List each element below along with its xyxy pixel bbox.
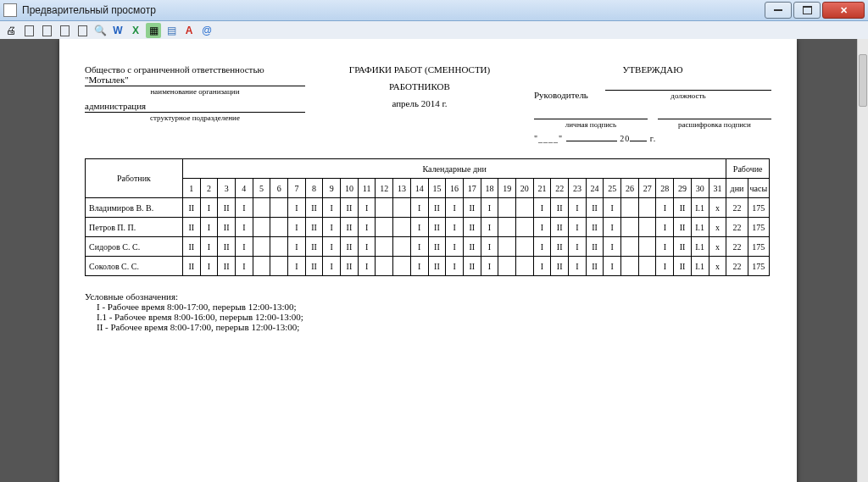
shift-cell: x [709,198,726,218]
shift-cell: I [569,257,587,276]
shift-cell: II [551,257,569,276]
page-first-icon[interactable] [21,23,36,38]
export-word-icon[interactable]: W [110,23,125,38]
shift-cell: II [341,218,359,237]
col-day: 7 [288,179,306,198]
shift-cell: II [428,218,446,237]
shift-cell: II [674,198,692,218]
col-day: 9 [323,179,341,198]
col-day: 21 [533,179,551,198]
shift-cell [621,218,639,237]
shift-cell: I [533,237,551,257]
shift-cell [270,257,288,276]
shift-cell: I [358,218,376,237]
col-day: 27 [638,179,656,198]
export-excel-icon[interactable]: X [128,23,143,38]
shift-cell [515,198,533,218]
maximize-button[interactable] [793,2,821,19]
shift-cell: II [182,218,200,237]
shift-cell: I [569,218,587,237]
position-caption: должность [605,91,771,100]
doc-period: апрель 2014 г. [331,98,509,108]
shift-cell: I.1 [691,237,709,257]
decode-caption: расшифровка подписи [658,120,771,129]
legend-line: II - Рабочее время 8:00-17:00, перерыв 1… [97,322,771,332]
shift-cell [621,237,639,257]
shift-cell [393,218,411,237]
shift-cell [270,218,288,237]
col-day: 15 [428,179,446,198]
legend-title: Условные обозначения: [85,291,771,302]
send-mail-icon[interactable]: @ [199,23,214,38]
page-last-icon[interactable] [75,23,90,38]
col-day: 17 [463,179,481,198]
shift-cell [498,218,516,237]
table-row: Петров П. П.IIIIIIIIIIIIIIIIIIIIIIIIIIII… [86,218,770,237]
shift-cell: II [428,198,446,218]
col-employee: Работник [86,159,183,198]
legend-line: I - Рабочее время 8:00-17:00, перерыв 12… [97,302,771,312]
summary-cell: 22 [726,237,748,257]
col-day: 1 [182,179,200,198]
col-day: 31 [709,179,726,198]
shift-cell [376,257,393,276]
shift-cell: II [551,198,569,218]
shift-cell: I [481,257,498,276]
shift-cell: I [569,237,587,257]
export-calc-icon[interactable]: ▦ [146,23,161,38]
scroll-thumb[interactable] [859,54,867,107]
shift-cell: I [288,257,306,276]
shift-cell: II [586,218,604,237]
shift-cell: I [656,218,674,237]
shift-cell [498,198,516,218]
table-row: Соколов С. С.IIIIIIIIIIIIIIIIIIIIIIIIIII… [86,257,770,276]
shift-cell [253,198,270,218]
shift-cell: II [463,257,481,276]
shift-cell: II [428,257,446,276]
shift-cell: II [551,237,569,257]
vertical-scrollbar[interactable] [857,39,868,482]
shift-cell: I.1 [691,198,709,218]
col-day: 13 [393,179,411,198]
summary-cell: 175 [748,218,769,237]
col-day: 29 [674,179,692,198]
zoom-icon[interactable]: 🔍 [92,23,108,38]
summary-cell: 175 [748,198,769,218]
shift-cell: II [428,237,446,257]
shift-cell: I [446,198,464,218]
shift-cell: I [323,237,341,257]
shift-cell: I [323,218,341,237]
col-day: 18 [481,179,498,198]
shift-cell: II [218,257,236,276]
page-prev-icon[interactable] [39,23,54,38]
col-day: 6 [270,179,288,198]
shift-cell [621,198,639,218]
shift-cell: II [305,198,323,218]
shift-cell: I [323,198,341,218]
print-icon[interactable]: 🖨 [3,23,19,38]
employee-name: Соколов С. С. [86,257,183,276]
shift-cell: II [305,237,323,257]
shift-cell: I [235,237,253,257]
shift-cell: I.1 [691,218,709,237]
shift-cell: II [586,198,604,218]
export-csv-icon[interactable]: ▤ [164,23,179,38]
shift-cell: I [410,257,428,276]
schedule-table: Работник Календарные дни Рабочие 1234567… [85,158,770,276]
shift-cell: x [709,218,726,237]
col-day: 30 [691,179,709,198]
titlebar: Предварительный просмотр ✕ [0,0,868,21]
shift-cell: I [323,257,341,276]
toolbar: 🖨 🔍 W X ▦ ▤ A @ [0,21,868,41]
export-pdf-icon[interactable]: A [181,23,197,38]
col-day: 2 [200,179,218,198]
shift-cell [515,257,533,276]
shift-cell [253,257,270,276]
table-row: Владимиров В. В.IIIIIIIIIIIIIIIIIIIIIIII… [86,198,770,218]
doc-title-1: ГРАФИКИ РАБОТ (СМЕННОСТИ) [331,64,509,75]
shift-cell: I [656,257,674,276]
page-next-icon[interactable] [57,23,72,38]
minimize-button[interactable] [765,2,792,19]
close-button[interactable]: ✕ [822,2,865,19]
org-caption: наименование организации [85,87,305,96]
